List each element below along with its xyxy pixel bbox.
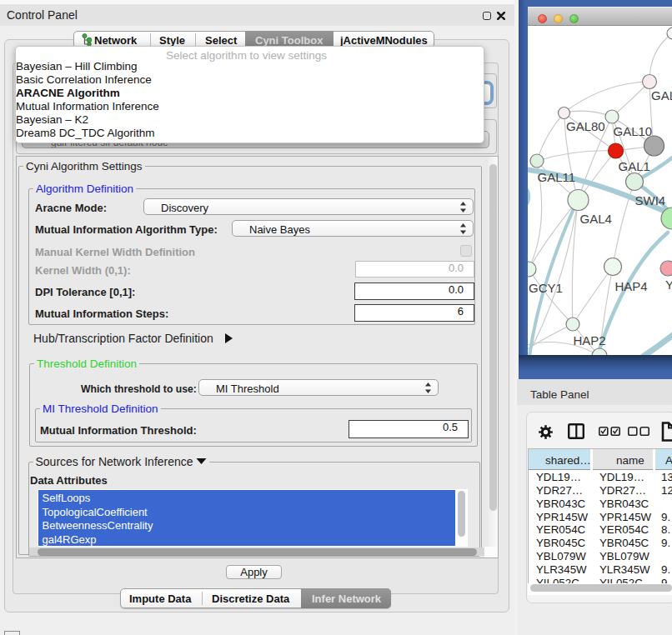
svg-text:GAL11: GAL11	[538, 170, 576, 184]
svg-text:GCY1: GCY1	[529, 281, 563, 295]
svg-text:Y: Y	[665, 278, 672, 292]
svg-text:GAL1: GAL1	[619, 159, 650, 173]
svg-text:HAP2: HAP2	[574, 333, 606, 348]
svg-text:SWI4: SWI4	[635, 193, 666, 208]
svg-text:GAL7: GAL7	[651, 88, 672, 102]
svg-text:GAL80: GAL80	[566, 119, 605, 133]
svg-text:GAL4: GAL4	[580, 212, 612, 226]
svg-text:HAP4: HAP4	[615, 279, 648, 293]
svg-text:GAL10: GAL10	[614, 124, 653, 138]
